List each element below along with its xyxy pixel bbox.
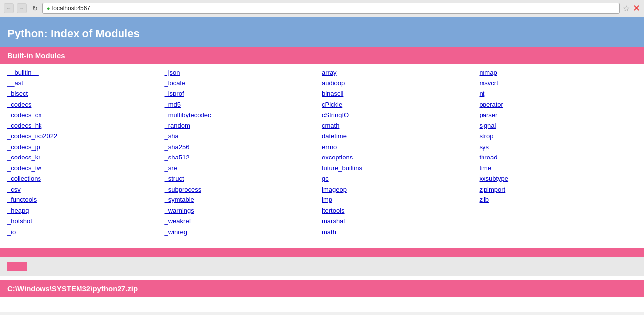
module-link[interactable]: _csv bbox=[7, 185, 165, 195]
section1-header: Built-in Modules bbox=[0, 47, 644, 64]
module-link[interactable]: _json bbox=[165, 68, 322, 78]
module-link[interactable]: audioop bbox=[322, 79, 480, 88]
module-link[interactable]: _codecs bbox=[7, 100, 165, 110]
module-link[interactable]: msvcrt bbox=[480, 79, 637, 88]
module-link[interactable]: _functools bbox=[7, 195, 165, 205]
close-button[interactable]: ✕ bbox=[633, 3, 640, 14]
module-link[interactable]: imp bbox=[322, 195, 480, 205]
module-link[interactable]: _io bbox=[7, 227, 165, 237]
module-link[interactable]: signal bbox=[480, 121, 637, 131]
module-link[interactable]: time bbox=[480, 163, 637, 173]
module-col-4: mmapmsvcrtntoperatorparsersignalstropsys… bbox=[480, 68, 637, 236]
module-link[interactable]: _codecs_jp bbox=[7, 142, 165, 152]
module-link[interactable]: gc bbox=[322, 174, 480, 184]
module-link[interactable]: __builtin__ bbox=[7, 68, 165, 78]
page-content: Python: Index of Modules Built-in Module… bbox=[0, 17, 644, 312]
module-link[interactable]: _bisect bbox=[7, 89, 165, 99]
module-col-3: arrayaudioopbinasciicPicklecStringIOcmat… bbox=[322, 68, 480, 236]
path-label: C:\Windows\SYSTEM32\python27.zip bbox=[7, 284, 637, 293]
section1-label: Built-in Modules bbox=[7, 51, 637, 60]
module-link[interactable]: _collections bbox=[7, 174, 165, 184]
module-link[interactable]: _hotshot bbox=[7, 216, 165, 226]
module-link[interactable]: parser bbox=[480, 110, 637, 120]
module-link[interactable]: _codecs_kr bbox=[7, 153, 165, 162]
module-link[interactable]: _codecs_hk bbox=[7, 121, 165, 131]
module-link[interactable]: cPickle bbox=[322, 100, 480, 110]
lock-icon: ● bbox=[47, 5, 50, 11]
path-header: C:\Windows\SYSTEM32\python27.zip bbox=[0, 280, 644, 297]
module-link[interactable]: cmath bbox=[322, 121, 480, 131]
module-link[interactable]: itertools bbox=[322, 206, 480, 216]
module-link[interactable]: binascii bbox=[322, 89, 480, 99]
module-col-2: _json_locale_lsprof_md5_multibytecodec_r… bbox=[165, 68, 322, 236]
module-link[interactable]: errno bbox=[322, 142, 480, 152]
url-input[interactable] bbox=[52, 5, 615, 12]
bookmark-icon[interactable]: ☆ bbox=[623, 4, 630, 13]
pink-spacer bbox=[0, 248, 644, 257]
module-link[interactable]: sys bbox=[480, 142, 637, 152]
module-link[interactable]: _subprocess bbox=[165, 185, 322, 195]
module-link[interactable]: __ast bbox=[7, 79, 165, 88]
module-link[interactable]: _random bbox=[165, 121, 322, 131]
module-link[interactable]: _sha256 bbox=[165, 142, 322, 152]
module-link[interactable]: _sha512 bbox=[165, 153, 322, 162]
module-link[interactable]: _winreg bbox=[165, 227, 322, 237]
module-link[interactable]: operator bbox=[480, 100, 637, 110]
module-link[interactable]: _codecs_iso2022 bbox=[7, 131, 165, 141]
refresh-button[interactable]: ↻ bbox=[30, 3, 40, 13]
module-link[interactable]: _md5 bbox=[165, 100, 322, 110]
module-link[interactable]: math bbox=[322, 227, 480, 237]
module-link[interactable]: cStringIO bbox=[322, 110, 480, 120]
module-grid: __builtin____ast_bisect_codecs_codecs_cn… bbox=[0, 64, 644, 244]
module-link[interactable]: strop bbox=[480, 131, 637, 141]
module-link[interactable]: _heapq bbox=[7, 206, 165, 216]
module-link[interactable]: _lsprof bbox=[165, 89, 322, 99]
browser-toolbar: ← → ↻ ● ☆ ✕ bbox=[0, 0, 644, 17]
module-link[interactable]: _codecs_cn bbox=[7, 110, 165, 120]
module-link[interactable]: future_builtins bbox=[322, 163, 480, 173]
module-link[interactable]: array bbox=[322, 68, 480, 78]
module-link[interactable]: _warnings bbox=[165, 206, 322, 216]
module-link[interactable]: zipimport bbox=[480, 185, 637, 195]
pink-mini-block bbox=[7, 262, 27, 271]
back-button[interactable]: ← bbox=[4, 3, 14, 13]
module-link[interactable]: _weakref bbox=[165, 216, 322, 226]
module-link[interactable]: imageop bbox=[322, 185, 480, 195]
module-link[interactable]: zlib bbox=[480, 195, 637, 205]
module-link[interactable]: datetime bbox=[322, 131, 480, 141]
module-link[interactable]: mmap bbox=[480, 68, 637, 78]
module-link[interactable]: _codecs_tw bbox=[7, 163, 165, 173]
module-link[interactable]: marshal bbox=[322, 216, 480, 226]
path-content bbox=[0, 297, 644, 312]
module-link[interactable]: _symtable bbox=[165, 195, 322, 205]
module-link[interactable]: _sha bbox=[165, 131, 322, 141]
address-bar: ● bbox=[42, 3, 620, 14]
module-link[interactable]: _multibytecodec bbox=[165, 110, 322, 120]
module-link[interactable]: _struct bbox=[165, 174, 322, 184]
module-col-1: __builtin____ast_bisect_codecs_codecs_cn… bbox=[7, 68, 165, 236]
module-link[interactable]: _sre bbox=[165, 163, 322, 173]
module-link[interactable]: thread bbox=[480, 153, 637, 162]
page-header: Python: Index of Modules bbox=[0, 17, 644, 47]
module-link[interactable]: exceptions bbox=[322, 153, 480, 162]
gray-section bbox=[0, 257, 644, 276]
module-link[interactable]: _locale bbox=[165, 79, 322, 88]
page-title: Python: Index of Modules bbox=[7, 27, 637, 40]
module-link[interactable]: xxsubtype bbox=[480, 174, 637, 184]
forward-button[interactable]: → bbox=[17, 3, 27, 13]
module-link[interactable]: nt bbox=[480, 89, 637, 99]
